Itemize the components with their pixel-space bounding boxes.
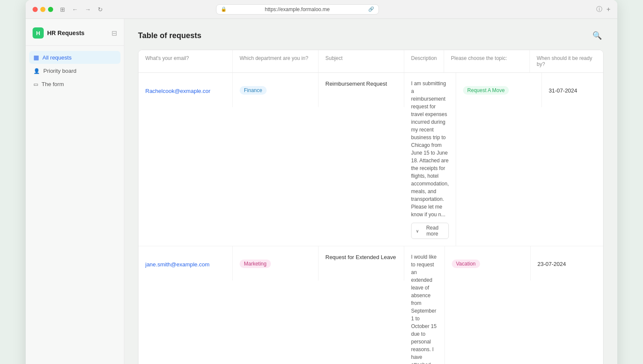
- cell-date-1: 31-07-2024: [542, 73, 604, 107]
- col-topic: Please choose the topic:: [444, 50, 530, 72]
- traffic-light-red[interactable]: [33, 7, 38, 12]
- desc-text-1: I am submitting a reimbursement request …: [411, 80, 449, 218]
- cell-email-2: jane.smith@example.com: [138, 246, 233, 280]
- dept-badge-2: Marketing: [240, 260, 271, 268]
- browser-toolbar: ⊞ ← → ↻ 🔒 https://example.formaloo.me 🔗 …: [26, 0, 617, 19]
- desc-text-2: I would like to request an extended leav…: [411, 253, 438, 364]
- sidebar-label-priority-board: Priority board: [43, 68, 76, 74]
- sidebar-item-the-form[interactable]: ▭ The form: [29, 78, 120, 90]
- sidebar-collapse-icon[interactable]: ⊟: [111, 29, 117, 37]
- topic-badge-2: Vacation: [452, 260, 480, 268]
- url-text: https://example.formaloo.me: [229, 6, 366, 12]
- sidebar-item-priority-board[interactable]: 👤 Priority board: [29, 65, 120, 77]
- col-email: What's your email?: [138, 50, 233, 72]
- priority-board-icon: 👤: [33, 68, 40, 74]
- back-icon[interactable]: ←: [70, 5, 80, 14]
- requests-table: What's your email? Which department are …: [138, 50, 604, 364]
- traffic-lights: [33, 7, 53, 12]
- address-bar[interactable]: 🔒 https://example.formaloo.me 🔗: [216, 4, 379, 15]
- lock-icon: 🔒: [221, 6, 227, 12]
- sidebar: H HR Requests ⊟ ▦ All requests 👤 Priorit…: [26, 19, 124, 364]
- cell-subject-1: Reimbursement Request: [318, 73, 404, 107]
- browser-right-icons: ⓘ +: [596, 6, 610, 13]
- date-text-2: 23-07-2024: [538, 261, 566, 267]
- chevron-icon-1: ∨: [416, 229, 419, 233]
- col-description: Description: [404, 50, 444, 72]
- info-icon[interactable]: ⓘ: [596, 6, 602, 13]
- sidebar-header: H HR Requests ⊟: [26, 26, 124, 46]
- read-more-label-1: Read more: [421, 225, 444, 237]
- traffic-light-yellow[interactable]: [40, 7, 45, 12]
- cell-date-2: 23-07-2024: [531, 246, 604, 280]
- cell-topic-2: Vacation: [445, 246, 531, 280]
- col-dept: Which department are you in?: [233, 50, 318, 72]
- cell-subject-2: Request for Extended Leave: [318, 246, 404, 280]
- app-logo: H: [33, 27, 44, 39]
- sidebar-label-all-requests: All requests: [42, 54, 72, 61]
- link-icon: 🔗: [368, 6, 374, 12]
- email-link-2[interactable]: jane.smith@example.com: [145, 261, 210, 268]
- cell-email-1: Rachelcook@exmaple.cor: [138, 73, 233, 107]
- refresh-icon[interactable]: ↻: [96, 5, 105, 14]
- cell-dept-2: Marketing: [233, 246, 318, 280]
- email-link-1[interactable]: Rachelcook@exmaple.cor: [145, 88, 210, 94]
- new-tab-icon[interactable]: +: [607, 6, 610, 13]
- main-content: Table of requests 🔍 What's your email? W…: [124, 19, 617, 364]
- cell-desc-1: I am submitting a reimbursement request …: [404, 73, 456, 246]
- forward-icon[interactable]: →: [83, 5, 93, 14]
- cell-topic-1: Request A Move: [456, 73, 542, 107]
- browser-window: ⊞ ← → ↻ 🔒 https://example.formaloo.me 🔗 …: [26, 0, 617, 364]
- table-row: jane.smith@example.com Marketing Request…: [138, 246, 603, 364]
- the-form-icon: ▭: [33, 81, 38, 87]
- page-header: Table of requests 🔍: [138, 29, 604, 42]
- subject-text-1: Reimbursement Request: [325, 81, 387, 87]
- cell-desc-2: I would like to request an extended leav…: [404, 246, 445, 364]
- page-title: Table of requests: [138, 31, 201, 40]
- subject-text-2: Request for Extended Leave: [325, 254, 396, 260]
- app-body: H HR Requests ⊟ ▦ All requests 👤 Priorit…: [26, 19, 617, 364]
- cell-dept-1: Finance: [233, 73, 318, 107]
- traffic-light-green[interactable]: [48, 7, 53, 12]
- table-row: Rachelcook@exmaple.cor Finance Reimburse…: [138, 73, 603, 246]
- read-more-button-1[interactable]: ∨ Read more: [411, 223, 449, 239]
- all-requests-icon: ▦: [33, 54, 39, 61]
- search-button[interactable]: 🔍: [591, 29, 604, 42]
- sidebar-nav: ▦ All requests 👤 Priority board ▭ The fo…: [26, 49, 124, 92]
- sidebar-label-the-form: The form: [42, 81, 64, 87]
- browser-nav-icons: ⊞ ← → ↻: [58, 5, 105, 14]
- date-text-1: 31-07-2024: [549, 87, 577, 94]
- col-date: When should it be ready by?: [530, 50, 604, 72]
- table-header: What's your email? Which department are …: [138, 50, 603, 73]
- sidebar-toggle-icon[interactable]: ⊞: [58, 5, 67, 14]
- col-subject: Subject: [318, 50, 404, 72]
- dept-badge-1: Finance: [240, 86, 267, 95]
- sidebar-item-all-requests[interactable]: ▦ All requests: [29, 51, 120, 64]
- app-title: HR Requests: [47, 30, 84, 36]
- topic-badge-1: Request A Move: [463, 86, 509, 95]
